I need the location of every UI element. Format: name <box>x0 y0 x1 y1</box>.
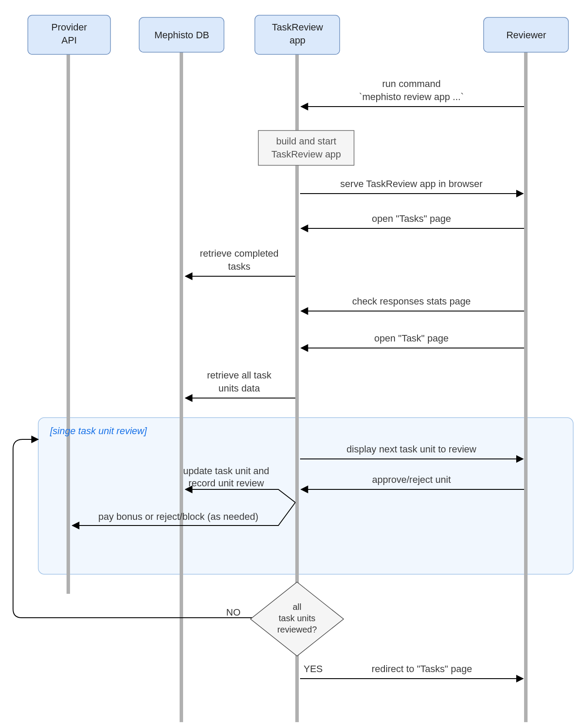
svg-text:Provider: Provider <box>51 22 87 33</box>
sequence-diagram: Provider API Mephisto DB TaskReview app … <box>0 0 588 723</box>
msg-retrieve-tasks-l1: retrieve completed <box>200 248 279 259</box>
svg-text:TaskReview app: TaskReview app <box>271 149 341 160</box>
loop-frame <box>38 418 573 574</box>
branch-no-label: NO <box>226 607 241 618</box>
msg-open-task: open "Task" page <box>374 333 449 344</box>
msg-redirect-tasks: redirect to "Tasks" page <box>372 663 472 674</box>
svg-text:build and start: build and start <box>276 136 336 147</box>
msg-serve-app: serve TaskReview app in browser <box>340 178 482 189</box>
svg-text:API: API <box>61 35 77 46</box>
note-build-start: build and start TaskReview app <box>258 131 354 165</box>
svg-text:all: all <box>293 602 301 612</box>
msg-retrieve-units-l1: retrieve all task <box>207 370 272 381</box>
msg-approve-reject: approve/reject unit <box>372 474 451 485</box>
msg-update-unit-l2: record unit review <box>188 478 264 489</box>
loop-title: [singe task unit review] <box>50 425 147 436</box>
msg-run-command-l2: `mephisto review app ...` <box>359 91 464 102</box>
actor-reviewer: Reviewer <box>484 17 568 52</box>
svg-text:reviewed?: reviewed? <box>277 625 317 634</box>
msg-open-tasks: open "Tasks" page <box>372 213 451 224</box>
msg-update-unit-l1: update task unit and <box>183 465 269 476</box>
svg-text:Mephisto DB: Mephisto DB <box>154 30 209 40</box>
svg-text:TaskReview: TaskReview <box>272 22 323 33</box>
branch-yes-label: YES <box>304 663 323 674</box>
actor-app: TaskReview app <box>255 15 340 54</box>
actor-provider: Provider API <box>28 15 110 54</box>
actor-db: Mephisto DB <box>139 17 224 52</box>
msg-check-stats: check responses stats page <box>352 296 471 307</box>
msg-retrieve-tasks-l2: tasks <box>228 261 250 272</box>
svg-text:Reviewer: Reviewer <box>506 30 546 40</box>
msg-display-unit: display next task unit to review <box>347 444 476 455</box>
msg-retrieve-units-l2: units data <box>218 383 260 394</box>
svg-text:task units: task units <box>279 613 315 623</box>
svg-text:app: app <box>290 35 306 46</box>
msg-pay-bonus: pay bonus or reject/block (as needed) <box>98 511 258 522</box>
msg-run-command-l1: run command <box>382 78 441 89</box>
decision-all-reviewed: all task units reviewed? <box>251 582 344 656</box>
